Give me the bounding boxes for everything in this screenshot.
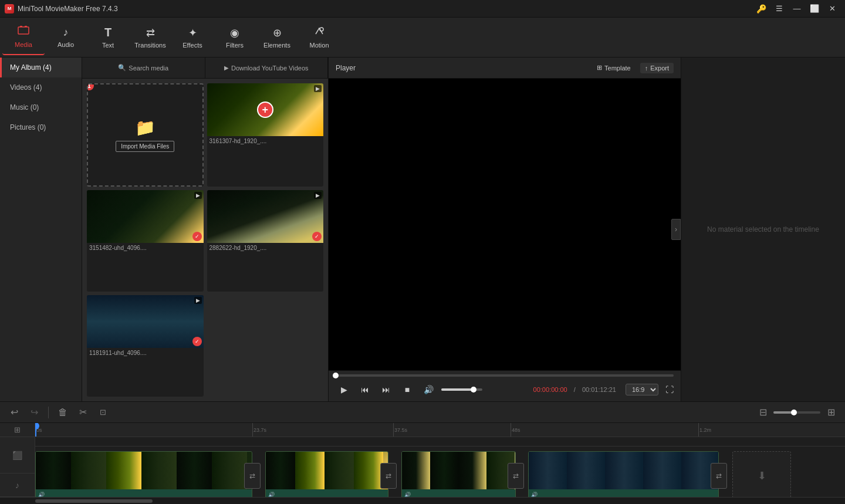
transition-3[interactable]: ⇄ <box>508 463 524 489</box>
time-separator: / <box>572 386 577 393</box>
collapse-panel-button[interactable]: › <box>671 219 681 240</box>
sidebar-item-music[interactable]: Music (0) <box>0 97 82 117</box>
frame24 <box>354 452 383 489</box>
media-item-video4[interactable]: ▶ ✓ 1181911-uhd_4096.... <box>87 295 204 397</box>
toolbar: Media ♪ Audio T Text ⇄ Transitions ✦ Eff… <box>0 18 845 57</box>
clip2-thumb <box>266 452 388 489</box>
transition-4[interactable]: ⇄ <box>711 463 727 489</box>
cut-button[interactable]: ✂ <box>75 404 91 421</box>
aspect-ratio-select[interactable]: 16:9 9:16 4:3 1:1 <box>626 384 658 395</box>
no-material-text: No material selected on the timeline <box>707 225 819 234</box>
toolbar-effects[interactable]: ✦ Effects <box>171 20 214 55</box>
zoom-in-button[interactable]: ⊞ <box>823 404 839 421</box>
maximize-button[interactable]: ⬜ <box>806 3 823 15</box>
toolbar-motion-label: Motion <box>309 42 329 49</box>
frame2 <box>71 452 106 489</box>
svg-rect-1 <box>20 26 22 27</box>
player-canvas <box>329 79 681 370</box>
media-item-video1[interactable]: 2 ▶ + 3161307-hd_1920_.... <box>207 83 324 187</box>
scrollbar-thumb[interactable] <box>35 499 153 503</box>
svg-rect-2 <box>25 26 27 27</box>
add-to-timeline-button[interactable]: + <box>257 102 273 118</box>
audio-icon: ♪ <box>63 26 69 39</box>
empty-clip[interactable]: ⬇ <box>732 451 791 497</box>
media-tabs: 🔍 Search media ▶ Download YouTube Videos <box>82 57 328 79</box>
timeline-content: 0s 23.7s 37.5s 48s 1.2m <box>35 423 845 497</box>
menu-button[interactable]: ☰ <box>771 3 787 15</box>
sidebar: My Album (4) Videos (4) Music (0) Pictur… <box>0 57 82 401</box>
horizontal-scrollbar[interactable] <box>0 497 845 504</box>
toolbar-media[interactable]: Media <box>2 20 45 55</box>
video2-name: 3151482-uhd_4096.... <box>87 243 204 253</box>
frame42 <box>567 452 605 489</box>
folder-icon: 📁 <box>135 118 156 137</box>
import-media-cell[interactable]: 1 📁 Import Media Files <box>87 83 204 187</box>
media-item-video3[interactable]: ▶ ✓ 2882622-hd_1920_.... <box>207 190 324 292</box>
search-media-tab[interactable]: 🔍 Search media <box>82 57 205 78</box>
volume-slider[interactable] <box>441 388 482 391</box>
app-title: MiniTool MovieMaker Free 7.4.3 <box>18 5 756 13</box>
download-icon: ⬇ <box>758 469 766 482</box>
clip1-thumb <box>36 452 252 489</box>
transition-1[interactable]: ⇄ <box>244 463 261 489</box>
ruler-mark-2: 37.5s <box>393 423 407 437</box>
delete-button[interactable]: 🗑 <box>55 404 71 421</box>
playhead[interactable] <box>35 423 36 437</box>
audio-track-icon: ♪ <box>15 481 19 490</box>
zoom-slider[interactable] <box>773 411 820 414</box>
clip2-audio-bar: 🔊 <box>266 489 388 497</box>
toolbar-elements[interactable]: ⊕ Elements <box>256 20 298 55</box>
media-panel: 🔍 Search media ▶ Download YouTube Videos… <box>82 57 329 401</box>
video-clip-4[interactable]: 🔊 <box>528 451 719 497</box>
toolbar-motion[interactable]: Motion <box>298 20 340 55</box>
ruler-line-3 <box>511 423 511 437</box>
stop-button[interactable]: ■ <box>399 381 415 398</box>
download-youtube-tab[interactable]: ▶ Download YouTube Videos <box>205 57 329 78</box>
toolbar-text[interactable]: T Text <box>87 20 129 55</box>
video-clip-1[interactable]: 🔊 <box>35 451 252 497</box>
transition-2[interactable]: ⇄ <box>380 463 397 489</box>
video-clip-2[interactable]: 🔊 <box>265 451 388 497</box>
sidebar-my-album-label: My Album (4) <box>10 63 52 72</box>
video-clip-3[interactable]: 🔊 <box>401 451 516 497</box>
window-controls: ☰ — ⬜ ✕ <box>771 3 840 15</box>
sidebar-item-videos[interactable]: Videos (4) <box>0 77 82 97</box>
track-labels: ⊞ ⬛ ♪ <box>0 423 35 497</box>
zoom-controls: ⊟ ⊞ <box>755 404 839 421</box>
frame21 <box>266 452 295 489</box>
minimize-button[interactable]: — <box>789 3 805 15</box>
clip4-strip <box>529 452 718 489</box>
prev-frame-button[interactable]: ⏮ <box>357 381 373 398</box>
frame22 <box>295 452 325 489</box>
redo-button[interactable]: ↪ <box>26 404 42 421</box>
close-button[interactable]: ✕ <box>824 3 840 15</box>
sidebar-item-pictures[interactable]: Pictures (0) <box>0 117 82 137</box>
undo-button[interactable]: ↩ <box>6 404 22 421</box>
video3-check: ✓ <box>312 232 322 241</box>
progress-handle[interactable] <box>333 373 339 378</box>
media-item-video2[interactable]: ▶ ✓ 3151482-uhd_4096.... <box>87 190 204 292</box>
clip3-thumb <box>402 452 515 489</box>
play-button[interactable]: ▶ <box>336 381 352 398</box>
media-grid: 1 📁 Import Media Files 2 ▶ + 3161307-hd_… <box>82 79 328 401</box>
crop-button[interactable]: ⊡ <box>94 404 111 421</box>
frame3 <box>106 452 141 489</box>
export-label: Export <box>650 65 669 72</box>
sidebar-item-my-album[interactable]: My Album (4) <box>0 57 82 77</box>
import-media-button[interactable]: Import Media Files <box>116 141 174 152</box>
zoom-out-button[interactable]: ⊟ <box>755 404 771 421</box>
volume-button[interactable]: 🔊 <box>420 381 437 398</box>
clip4-audio-bar: 🔊 <box>529 489 718 497</box>
next-frame-button[interactable]: ⏭ <box>378 381 394 398</box>
toolbar-filters[interactable]: ◉ Filters <box>214 20 256 55</box>
toolbar-audio[interactable]: ♪ Audio <box>45 20 87 55</box>
fullscreen-button[interactable]: ⛶ <box>665 385 674 394</box>
top-spacer-track <box>35 437 845 447</box>
toolbar-media-label: Media <box>15 41 32 48</box>
progress-bar[interactable] <box>336 374 674 377</box>
frame5 <box>177 452 212 489</box>
template-button[interactable]: ⊞ Template <box>592 62 636 73</box>
toolbar-transitions[interactable]: ⇄ Transitions <box>129 20 171 55</box>
export-button[interactable]: ↑ Export <box>640 63 674 73</box>
frame43 <box>605 452 643 489</box>
